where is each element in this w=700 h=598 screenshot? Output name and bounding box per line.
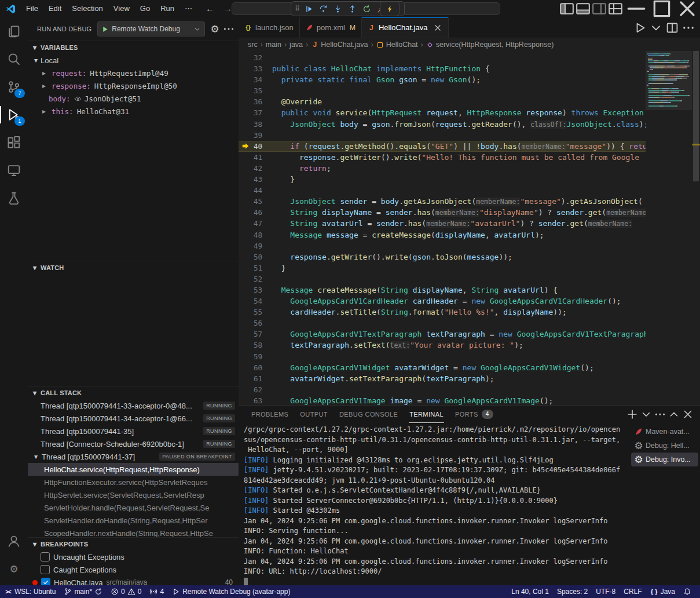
toggle-secondary-sidebar-button[interactable] (591, 0, 607, 17)
code-line-38[interactable]: 38 JsonObject body = gson.fromJson(reque… (239, 119, 646, 130)
close-button[interactable] (675, 0, 700, 17)
status-ports-forwarded[interactable]: 4 (145, 585, 168, 598)
code-line-35[interactable]: 35 (239, 85, 646, 96)
breakpoint-uncaught-exceptions[interactable]: Uncaught Exceptions (28, 550, 239, 563)
split-editor-button[interactable] (665, 21, 679, 34)
code-line-48[interactable]: 48 Message message = createMessage(displ… (239, 229, 646, 240)
breadcrumb-item-src[interactable]: src (248, 41, 258, 49)
code-line-51[interactable]: 51 } (239, 262, 646, 274)
menu-file[interactable]: File (21, 0, 43, 17)
terminal-item-maven-avat[interactable]: Maven-avat... (631, 425, 698, 439)
code-line-42[interactable]: 42 return; (239, 163, 646, 174)
stack-frame[interactable]: HttpServlet.service(ServletRequest,Servl… (28, 488, 239, 501)
stack-frame[interactable]: ServletHolder.handle(Request,ServletRequ… (28, 501, 239, 514)
views-more-actions[interactable] (222, 23, 235, 35)
code-line-62[interactable]: 62 (239, 384, 646, 395)
step-out-button[interactable] (345, 2, 359, 15)
variable-scope-local[interactable]: ▾Local (28, 54, 239, 67)
panel-tab-terminal[interactable]: TERMINAL (404, 406, 449, 423)
customize-layout-button[interactable] (607, 0, 624, 17)
code-line-50[interactable]: 50 response.getWriter().write(gson.toJso… (239, 251, 646, 262)
activity-extensions[interactable] (0, 129, 28, 156)
variables-section-header[interactable]: ▾ VARIABLES (28, 41, 239, 54)
code-line-52[interactable]: 52 (239, 274, 646, 285)
breadcrumb-item-hellochat-java[interactable]: JHelloChat.java (311, 41, 368, 49)
breakpoint-caught-exceptions[interactable]: Caught Exceptions (28, 563, 239, 576)
status-problems[interactable]: 00 (107, 585, 145, 598)
breadcrumb-item-java[interactable]: java (289, 41, 303, 49)
status-encoding[interactable]: UTF-8 (592, 585, 620, 598)
terminal-output[interactable]: /grpc/grpc-context/1.27.2/grpc-context-1… (239, 423, 629, 585)
tab-pom-xml[interactable]: pom.xmlM (300, 17, 362, 38)
code-line-57[interactable]: 57 GoogleAppsCardV1TextParagraph textPar… (239, 329, 646, 340)
code-line-55[interactable]: 55 cardHeader.setTitle(String.format("He… (239, 307, 646, 318)
minimap[interactable] (646, 51, 692, 405)
breakpoint-checkbox[interactable] (41, 565, 50, 574)
stack-frame[interactable]: HttpFunctionExecutor.service(HttpServlet… (28, 476, 239, 488)
code-line-45[interactable]: 45 JsonObject sender = body.getAsJsonObj… (239, 196, 646, 207)
code-line-44[interactable]: 44 (239, 185, 646, 196)
code-line-60[interactable]: 60 GoogleAppsCardV1Widget avatarWidget =… (239, 362, 646, 373)
terminal-profile-dropdown[interactable] (640, 408, 653, 421)
status-indentation[interactable]: Spaces: 2 (553, 585, 592, 598)
terminal-item-debug-hell[interactable]: ⚙Debug: Hell... (631, 439, 698, 453)
code-line-43[interactable]: 43 } (239, 174, 646, 185)
maximize-button[interactable] (649, 0, 675, 17)
code-line-61[interactable]: 61 avatarWidget.setTextParagraph(textPar… (239, 373, 646, 384)
activity-source-control[interactable]: 7 (0, 73, 28, 101)
debug-config-picker[interactable]: Remote Watch Debug (97, 21, 205, 37)
breadcrumb-item-main[interactable]: main (266, 41, 281, 49)
code-line-58[interactable]: 58 textParagraph.setText(text:"Your avat… (239, 340, 646, 351)
menu-run[interactable]: Run (155, 0, 179, 17)
call-stack-section-header[interactable]: ▾ CALL STACK (28, 386, 239, 399)
menu-selection[interactable]: Selection (67, 0, 108, 17)
menu-go[interactable]: Go (135, 0, 155, 17)
activity-run-and-debug[interactable]: 1 (0, 101, 28, 129)
status-notifications[interactable] (679, 585, 695, 598)
debug-settings-gear[interactable]: ⚙ (208, 23, 221, 35)
call-stack-thread[interactable]: Thread [Connector-Scheduler-6920b0bc-1]R… (28, 437, 239, 450)
toggle-primary-sidebar-button[interactable] (559, 0, 575, 17)
nav-back-button[interactable]: ← (206, 4, 214, 13)
call-stack-thread[interactable]: Thread [qtp1500079441-34-acceptor-1@66..… (28, 412, 239, 425)
nav-forward-button[interactable]: → (223, 4, 232, 13)
hot-code-replace-button[interactable] (380, 1, 400, 16)
activity-manage[interactable]: ⚙ (0, 555, 28, 583)
call-stack-thread[interactable]: Thread [qtp1500079441-33-acceptor-0@48..… (28, 399, 239, 412)
code-editor[interactable]: 3233public class HelloChat implements Ht… (239, 51, 700, 405)
code-line-56[interactable]: 56 (239, 318, 646, 329)
stack-frame[interactable]: ScopedHandler.nextHandle(String,Request,… (28, 527, 239, 537)
status-cursor-position[interactable]: Ln 40, Col 1 (507, 585, 553, 598)
status-remote-indicator[interactable]: ><WSL: Ubuntu (0, 585, 60, 598)
activity-search[interactable] (0, 45, 28, 73)
breadcrumb-item-service-httprequest-httpresponse[interactable]: service(HttpRequest, HttpResponse) (426, 41, 554, 49)
breadcrumb-item-hellochat[interactable]: HelloChat (376, 41, 418, 49)
call-stack-thread[interactable]: ▾Thread [qtp1500079441-37]PAUSED ON BREA… (28, 450, 239, 463)
call-stack-thread[interactable]: Thread [qtp1500079441-35]RUNNING (28, 425, 239, 437)
code-line-53[interactable]: 53 Message createMessage(String displayN… (239, 285, 646, 296)
step-over-button[interactable] (316, 2, 330, 15)
new-terminal-button[interactable] (626, 408, 639, 421)
tab-launch-json[interactable]: {}launch.json (239, 17, 300, 38)
code-line-33[interactable]: 33public class HelloChat implements Http… (239, 63, 646, 74)
code-line-54[interactable]: 54 GoogleAppsCardV1CardHeader cardHeader… (239, 296, 646, 307)
panel-tab-ports[interactable]: PORTS4 (449, 406, 499, 423)
code-line-46[interactable]: 46 String displayName = sender.has(membe… (239, 207, 646, 218)
code-line-40[interactable]: 40 if (request.getMethod().equals("GET")… (239, 141, 646, 152)
step-into-button[interactable] (331, 2, 344, 15)
variable-this[interactable]: ▸this:HelloChat@31 (28, 105, 239, 118)
maximize-panel-button[interactable] (668, 408, 680, 421)
code-line-63[interactable]: 63 GoogleAppsCardV1Image image = new Goo… (239, 395, 646, 405)
menu-more[interactable]: ⋯ (179, 0, 197, 17)
breakpoint-hellochat-java[interactable]: HelloChat.javasrc/main/java40 (28, 576, 239, 585)
toggle-panel-button[interactable] (575, 0, 591, 17)
variable-response[interactable]: ▸response:HttpResponseImpl@50 (28, 79, 239, 92)
watch-section-header[interactable]: ▾ WATCH (28, 261, 239, 274)
panel-more-actions[interactable] (654, 408, 666, 421)
close-panel-button[interactable] (681, 408, 694, 421)
activity-testing[interactable] (0, 184, 28, 212)
panel-tab-problems[interactable]: PROBLEMS (245, 406, 294, 423)
code-line-49[interactable]: 49 (239, 240, 646, 251)
stack-frame[interactable]: HelloChat.service(HttpRequest,HttpRespon… (28, 463, 239, 476)
panel-tab-debug-console[interactable]: DEBUG CONSOLE (333, 406, 404, 423)
